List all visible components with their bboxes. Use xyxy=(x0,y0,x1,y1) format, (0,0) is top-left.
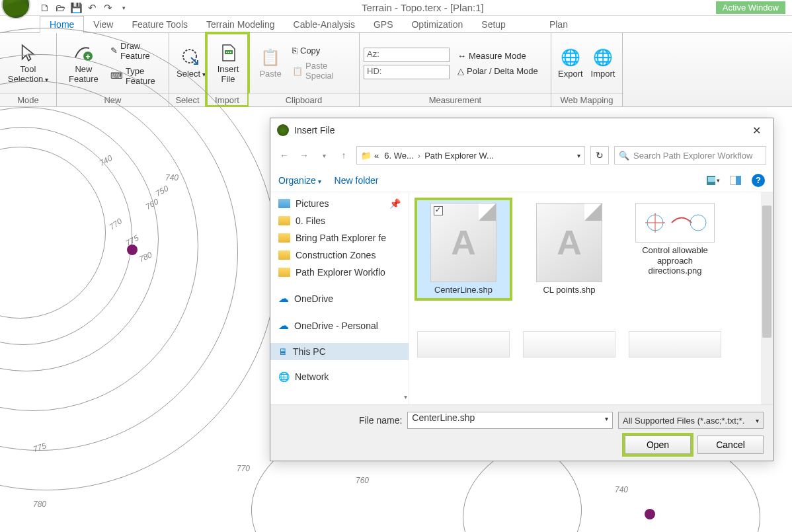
image-thumbnail xyxy=(635,203,715,243)
map-point-2[interactable] xyxy=(645,509,655,519)
forward-button[interactable]: → xyxy=(297,148,311,163)
cloud-icon: ☁ xyxy=(278,319,289,332)
network-icon: 🌐 xyxy=(278,371,290,382)
refresh-button[interactable]: ↻ xyxy=(590,146,609,165)
measure-mode-button[interactable]: ↔Measure Mode xyxy=(455,50,541,62)
svg-rect-10 xyxy=(736,176,741,185)
tree-scroll-down[interactable]: ▾ xyxy=(404,393,407,400)
globe-import-icon: 🌐 xyxy=(592,47,614,68)
paste-button[interactable]: 📋 Paste xyxy=(251,46,290,80)
file-list: A CenterLine.shp A CL points.shp Control… xyxy=(409,192,773,404)
open-button[interactable]: Open xyxy=(625,436,691,454)
paste-special-icon: 📋 xyxy=(292,66,303,76)
qat-dropdown-icon[interactable]: ▾ xyxy=(118,2,130,14)
folder-icon xyxy=(278,233,290,243)
file-checkbox[interactable] xyxy=(434,206,443,215)
file-import-icon xyxy=(218,42,239,63)
undo-icon[interactable]: ↶ xyxy=(86,2,98,14)
svg-point-6 xyxy=(230,52,231,53)
copy-button[interactable]: ⎘Copy xyxy=(290,44,356,57)
active-window-badge: Active Window xyxy=(716,1,785,14)
window-title: Terrain - Topo.terx - [Plan:1] xyxy=(130,2,716,13)
map-point-1[interactable] xyxy=(127,245,138,255)
insert-file-button[interactable]: Insert File xyxy=(209,41,247,85)
tree-item-construction[interactable]: Construction Zones xyxy=(270,247,409,264)
group-label-web: Web Mapping xyxy=(551,93,622,106)
shp-icon: A xyxy=(557,223,582,262)
save-icon[interactable]: 💾 xyxy=(70,2,82,14)
new-folder-button[interactable]: New folder xyxy=(335,175,379,186)
breadcrumb[interactable]: 📁 « 6. We... › Path Explorer W... ▾ xyxy=(356,146,585,165)
tab-terrain-modeling[interactable]: Terrain Modeling xyxy=(197,17,284,32)
file-cl-points[interactable]: A CL points.shp xyxy=(523,200,615,298)
triangle-icon: △ xyxy=(457,66,464,76)
tree-item-onedrive[interactable]: ☁OneDrive xyxy=(270,289,409,308)
shp-icon: A xyxy=(451,223,476,262)
file-partial-2[interactable] xyxy=(523,331,615,358)
pin-icon: 📌 xyxy=(389,198,401,209)
copy-icon: ⎘ xyxy=(292,46,297,56)
tab-gps[interactable]: GPS xyxy=(364,17,403,32)
tab-optimization[interactable]: Optimization xyxy=(402,17,472,32)
file-partial-3[interactable] xyxy=(629,331,721,358)
azimuth-field[interactable]: Az: xyxy=(364,48,450,62)
select-icon xyxy=(180,47,202,68)
dialog-titlebar: Insert File ✕ xyxy=(270,118,773,142)
redo-icon[interactable]: ↷ xyxy=(102,2,114,14)
title-bar: 🗋 🗁 💾 ↶ ↷ ▾ Terrain - Topo.terx - [Plan:… xyxy=(0,0,792,16)
preview-pane-button[interactable] xyxy=(729,174,742,187)
chevron-down-icon[interactable]: ▾ xyxy=(317,148,331,163)
web-export-button[interactable]: 🌐 Export xyxy=(554,46,587,80)
chevron-down-icon[interactable]: ▾ xyxy=(756,417,759,424)
svg-point-5 xyxy=(228,52,229,53)
ribbon-tabs: Home View Feature Tools Terrain Modeling… xyxy=(0,16,792,33)
tab-feature-tools[interactable]: Feature Tools xyxy=(122,17,197,32)
dialog-nav: ← → ▾ ↑ 📁 « 6. We... › Path Explorer W..… xyxy=(270,142,773,169)
svg-point-4 xyxy=(226,52,227,53)
hd-field[interactable]: HD: xyxy=(364,65,450,79)
file-name-input[interactable]: CenterLine.shp▾ xyxy=(407,412,613,429)
web-import-button[interactable]: 🌐 Import xyxy=(587,46,619,80)
chevron-down-icon[interactable]: ▾ xyxy=(605,415,608,422)
tree-item-files[interactable]: 0. Files xyxy=(270,212,409,229)
file-partial-1[interactable] xyxy=(417,331,510,358)
group-label-clipboard: Clipboard xyxy=(249,93,359,106)
tree-item-this-pc[interactable]: 🖥This PC xyxy=(270,343,409,360)
paste-special-button[interactable]: 📋Paste Special xyxy=(290,59,356,82)
cloud-icon: ☁ xyxy=(278,292,289,305)
new-doc-icon[interactable]: 🗋 xyxy=(38,2,50,14)
tree-item-onedrive-personal[interactable]: ☁OneDrive - Personal xyxy=(270,316,409,335)
help-button[interactable]: ? xyxy=(752,174,765,187)
search-icon: 🔍 xyxy=(619,151,629,161)
close-button[interactable]: ✕ xyxy=(747,122,766,139)
up-button[interactable]: ↑ xyxy=(337,148,351,163)
quick-access-toolbar: 🗋 🗁 💾 ↶ ↷ ▾ xyxy=(38,2,130,14)
tree-item-path-explorer[interactable]: Path Explorer Workflo xyxy=(270,264,409,281)
tree-item-bring[interactable]: Bring Path Explorer fe xyxy=(270,229,409,247)
tab-setup[interactable]: Setup xyxy=(472,17,515,32)
search-input[interactable]: 🔍 Search Path Explorer Workflow xyxy=(614,146,766,165)
back-button[interactable]: ← xyxy=(277,148,292,163)
view-mode-button[interactable]: ▾ xyxy=(707,174,720,187)
tab-plan[interactable]: Plan xyxy=(540,17,577,32)
tab-cable-analysis[interactable]: Cable-Analysis xyxy=(284,17,364,32)
organize-button[interactable]: Organize xyxy=(278,175,321,186)
cancel-button[interactable]: Cancel xyxy=(697,436,764,454)
folder-icon: 📁 xyxy=(361,151,372,161)
tree-item-network[interactable]: 🌐Network xyxy=(270,368,409,385)
file-control-png[interactable]: Control allowable approach directions.pn… xyxy=(629,200,721,298)
file-centerline[interactable]: A CenterLine.shp xyxy=(417,200,510,298)
pc-icon: 🖥 xyxy=(278,346,288,357)
open-icon[interactable]: 🗁 xyxy=(54,2,66,14)
tree-item-pictures[interactable]: Pictures📌 xyxy=(270,195,409,212)
polar-mode-button[interactable]: △Polar / Delta Mode xyxy=(455,65,541,77)
breadcrumb-dropdown-icon[interactable]: ▾ xyxy=(577,152,580,159)
tab-view[interactable]: View xyxy=(84,17,122,32)
insert-file-dialog: Insert File ✕ ← → ▾ ↑ 📁 « 6. We... › Pat… xyxy=(270,118,773,461)
folder-icon xyxy=(278,216,290,225)
file-scrollbar[interactable] xyxy=(761,192,773,404)
dialog-toolbar: Organize New folder ▾ ? xyxy=(270,169,773,192)
file-type-filter[interactable]: All Supported Files (*.asc;*.txt;*.▾ xyxy=(618,412,764,429)
dialog-app-icon xyxy=(277,124,289,136)
folder-icon xyxy=(278,250,290,260)
